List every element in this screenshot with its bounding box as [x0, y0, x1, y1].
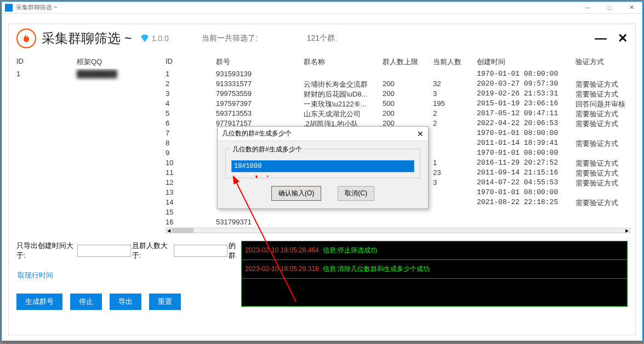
left-col-qq[interactable]: 框架QQ [77, 56, 153, 68]
dialog-close-icon[interactable]: ✕ [417, 129, 424, 138]
groupbox-label: 几位数的群#生成多少个 [230, 145, 304, 154]
table-row[interactable]: 19315931391970-01-01 08:00:00 [166, 69, 630, 78]
col-id[interactable]: ID [166, 56, 216, 68]
left-table: ID 框架QQ 1 ████████ [16, 56, 153, 233]
table-row[interactable]: 1 ████████ [16, 69, 153, 78]
filter-members-label: 且群人数大于: [132, 241, 173, 261]
inner-minimize-button[interactable]: — [595, 31, 607, 46]
dialog-groupbox: 几位数的群#生成多少个 [225, 149, 420, 178]
maximize-button[interactable]: □ [599, 2, 620, 14]
get-current-time-link[interactable]: 取现行时间 [16, 267, 54, 284]
close-button[interactable]: ✕ [620, 2, 642, 14]
stop-button[interactable]: 停止 [70, 294, 102, 310]
stat-label: 当前一共筛选了: [202, 33, 258, 43]
col-max-members[interactable]: 群人数上限 [383, 56, 433, 68]
flame-icon [16, 29, 36, 48]
export-button[interactable]: 导出 [110, 294, 141, 310]
app-icon [5, 4, 13, 12]
app-title: 采集群聊筛选 ~ [42, 30, 132, 47]
version-label: 1.0.0 [152, 34, 169, 43]
scroll-thumb[interactable] [172, 228, 193, 233]
minimize-button[interactable]: ─ [577, 2, 599, 14]
left-col-id[interactable]: ID [16, 56, 77, 68]
dialog-input[interactable] [231, 160, 414, 172]
dialog-ok-button[interactable]: 确认输入(O) [271, 186, 321, 201]
filter-suffix: 的群 [229, 241, 241, 261]
outer-titlebar: 采集群聊筛选 ~ ─ □ ✕ [2, 2, 642, 14]
diamond-icon [140, 33, 150, 43]
header: 采集群聊筛选 ~ 1.0.0 当前一共筛选了: 121个群. — ✕ [9, 24, 635, 56]
qq-value-blurred: ████████ [77, 69, 153, 78]
table-row[interactable]: 5593713553山东天成湖北公司20022017-05-12 09:47:1… [166, 108, 630, 118]
table-row[interactable]: 16531799371 [166, 217, 630, 227]
stat-value: 121个群. [307, 33, 337, 43]
input-dialog: 几位数的群#生成多少个 ✕ 几位数的群#生成多少个 确认输入(O) 取消(C) [217, 126, 429, 209]
filter-created-input[interactable] [77, 245, 131, 257]
col-group-number[interactable]: 群号 [216, 56, 304, 68]
log-panel: 2023-02-10 18:05:28.464 信息:停止筛选成功2023-02… [241, 241, 628, 307]
table-row[interactable]: 3799753559财财的后花园\uD8...20032019-02-26 21… [166, 88, 630, 98]
col-group-name[interactable]: 群名称 [304, 56, 383, 68]
inner-close-button[interactable]: ✕ [618, 31, 628, 46]
col-created[interactable]: 创建时间 [477, 56, 575, 68]
reset-button[interactable]: 重置 [149, 294, 181, 310]
generate-button[interactable]: 生成群号 [16, 294, 62, 310]
table-row[interactable]: 2913331577云埔街长寿金交流群200322020-03-27 09:57… [166, 78, 630, 88]
scroll-right-icon[interactable]: ▶ [624, 228, 630, 233]
table-row[interactable]: 4197597397一束玫瑰\u2122⑥...5001952015-01-19… [166, 98, 630, 108]
dialog-title: 几位数的群#生成多少个 [222, 129, 292, 138]
scroll-left-icon[interactable]: ◀ [166, 228, 172, 233]
outer-window-title: 采集群聊筛选 ~ [16, 3, 57, 12]
col-verify[interactable]: 验证方式 [575, 56, 630, 68]
filter-created-label: 只导出创建时间大于: [16, 241, 76, 261]
dialog-cancel-button[interactable]: 取消(C) [338, 186, 374, 201]
log-row: 2023-02-10 18:05:28.464 信息:停止筛选成功 [242, 241, 627, 260]
dialog-titlebar[interactable]: 几位数的群#生成多少个 ✕ [218, 127, 428, 141]
col-current-members[interactable]: 当前人数 [433, 56, 477, 68]
filter-members-input[interactable] [174, 245, 227, 257]
horizontal-scrollbar[interactable]: ◀ ▶ [166, 228, 630, 233]
log-row: 2023-02-10 18:05:29.318 信息:清除几位数群和生成多少个成… [242, 260, 627, 279]
